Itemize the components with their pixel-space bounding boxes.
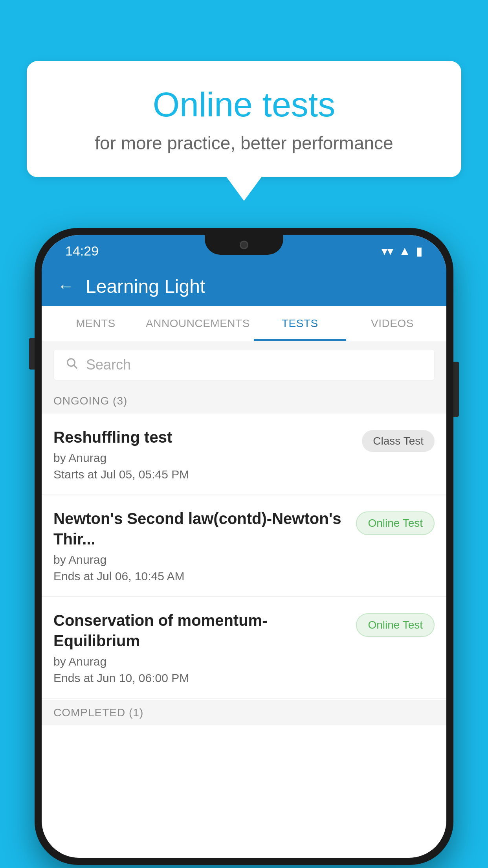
tab-ments[interactable]: MENTS <box>50 306 142 341</box>
test-author: by Anurag <box>53 451 354 465</box>
speech-bubble-title: Online tests <box>58 85 430 125</box>
speech-bubble-subtitle: for more practice, better performance <box>58 132 430 154</box>
test-badge-online: Online Test <box>356 511 435 535</box>
test-time: Starts at Jul 05, 05:45 PM <box>53 468 354 481</box>
tabs-bar: MENTS ANNOUNCEMENTS TESTS VIDEOS <box>42 306 446 341</box>
wifi-icon: ▾▾ <box>382 244 393 258</box>
test-time: Ends at Jun 10, 06:00 PM <box>53 671 348 685</box>
test-author: by Anurag <box>53 655 348 668</box>
phone-outer: 14:29 ▾▾ ▲ ▮ ← Learning Light MENTS <box>35 228 453 865</box>
tab-videos[interactable]: VIDEOS <box>346 306 438 341</box>
notch <box>205 235 283 255</box>
test-badge-online: Online Test <box>356 613 435 637</box>
phone-screen: 14:29 ▾▾ ▲ ▮ ← Learning Light MENTS <box>42 235 446 858</box>
tab-tests[interactable]: TESTS <box>254 306 346 341</box>
completed-section: COMPLETED (1) <box>42 700 446 725</box>
test-info: Newton's Second law(contd)-Newton's Thir… <box>53 508 348 583</box>
speech-bubble-arrow <box>227 177 261 201</box>
search-container: Search <box>42 341 446 388</box>
app-header: ← Learning Light <box>42 267 446 306</box>
signal-icon: ▲ <box>399 244 411 257</box>
svg-line-1 <box>74 365 77 368</box>
test-time: Ends at Jul 06, 10:45 AM <box>53 570 348 583</box>
ongoing-section-header: ONGOING (3) <box>42 388 446 414</box>
status-time: 14:29 <box>65 243 99 259</box>
speech-bubble-container: Online tests for more practice, better p… <box>27 61 461 201</box>
search-bar[interactable]: Search <box>53 349 435 381</box>
app-title: Learning Light <box>86 276 205 297</box>
svg-point-0 <box>68 359 75 366</box>
search-icon <box>66 357 78 373</box>
search-input[interactable]: Search <box>86 357 131 373</box>
test-info: Reshuffling test by Anurag Starts at Jul… <box>53 427 354 481</box>
completed-label: COMPLETED (1) <box>53 706 143 719</box>
test-name: Conservation of momentum-Equilibrium <box>53 610 348 651</box>
back-button[interactable]: ← <box>57 277 74 296</box>
test-list: Reshuffling test by Anurag Starts at Jul… <box>42 414 446 699</box>
test-item[interactable]: Newton's Second law(contd)-Newton's Thir… <box>42 495 446 597</box>
camera <box>240 241 248 249</box>
test-name: Reshuffling test <box>53 427 354 447</box>
test-name: Newton's Second law(contd)-Newton's Thir… <box>53 508 348 549</box>
test-item[interactable]: Conservation of momentum-Equilibrium by … <box>42 597 446 699</box>
test-item[interactable]: Reshuffling test by Anurag Starts at Jul… <box>42 414 446 495</box>
test-badge-class: Class Test <box>362 430 435 452</box>
ongoing-label: ONGOING (3) <box>53 395 127 407</box>
phone-mockup: 14:29 ▾▾ ▲ ▮ ← Learning Light MENTS <box>35 228 453 865</box>
battery-icon: ▮ <box>416 244 423 258</box>
status-bar: 14:29 ▾▾ ▲ ▮ <box>42 235 446 267</box>
test-author: by Anurag <box>53 553 348 566</box>
tab-announcements[interactable]: ANNOUNCEMENTS <box>142 306 254 341</box>
status-icons: ▾▾ ▲ ▮ <box>382 244 423 258</box>
test-info: Conservation of momentum-Equilibrium by … <box>53 610 348 685</box>
speech-bubble: Online tests for more practice, better p… <box>27 61 461 177</box>
